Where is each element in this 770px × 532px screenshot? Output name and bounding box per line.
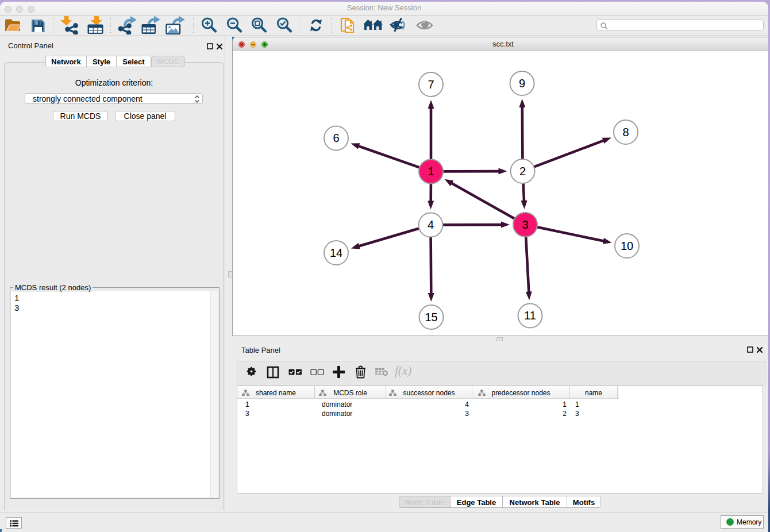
svg-text:6: 6 bbox=[333, 132, 339, 144]
svg-text:10: 10 bbox=[621, 240, 633, 252]
svg-text:2: 2 bbox=[519, 165, 526, 178]
svg-text:14: 14 bbox=[330, 246, 342, 259]
svg-text:4: 4 bbox=[428, 218, 434, 231]
svg-text:1: 1 bbox=[428, 165, 434, 178]
svg-text:7: 7 bbox=[428, 78, 434, 91]
svg-text:11: 11 bbox=[524, 309, 536, 322]
svg-text:8: 8 bbox=[622, 126, 629, 138]
svg-text:3: 3 bbox=[522, 218, 528, 231]
svg-text:9: 9 bbox=[519, 77, 525, 90]
svg-text:15: 15 bbox=[425, 311, 437, 323]
